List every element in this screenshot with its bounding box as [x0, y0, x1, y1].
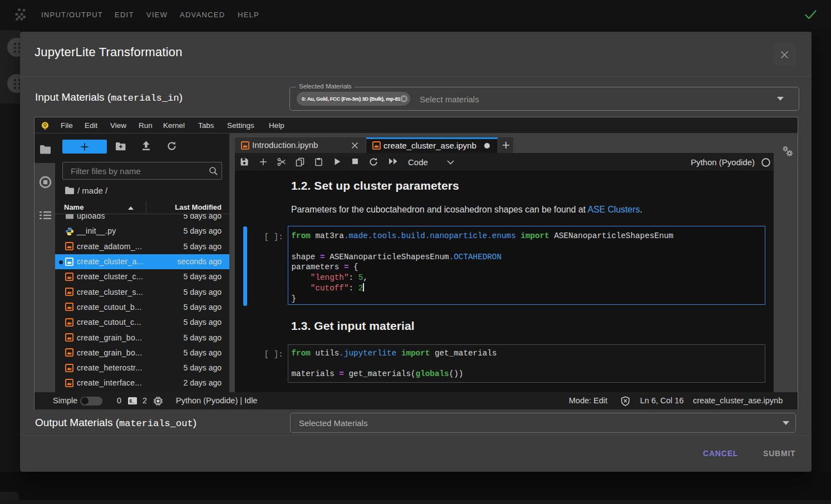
svg-text:$_: $_: [129, 399, 135, 404]
